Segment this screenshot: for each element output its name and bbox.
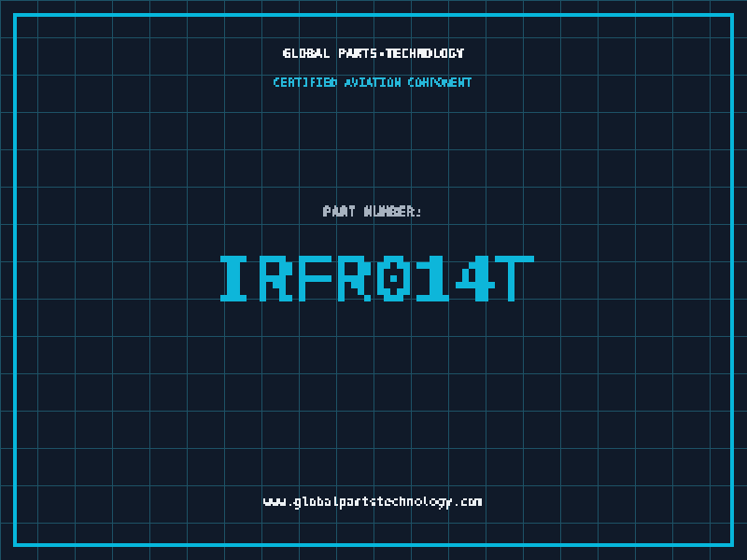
website-url xyxy=(261,489,486,511)
part-number-value-row xyxy=(0,217,747,334)
brand-title-row xyxy=(0,41,747,63)
certificate-screen xyxy=(0,0,747,560)
part-number-value xyxy=(207,217,541,334)
certification-subtitle-row xyxy=(0,72,747,92)
brand-title xyxy=(281,41,466,63)
certification-subtitle xyxy=(272,72,475,92)
website-url-row xyxy=(0,489,747,511)
